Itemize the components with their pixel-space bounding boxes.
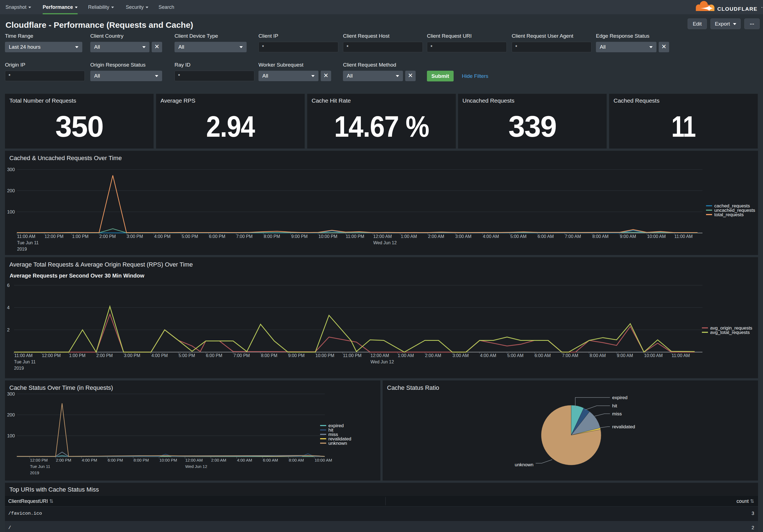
svg-text:4:00 AM: 4:00 AM	[237, 458, 252, 462]
svg-text:5:00 PM: 5:00 PM	[179, 353, 195, 358]
svg-text:11:00 AM: 11:00 AM	[674, 234, 693, 239]
svg-text:Tue Jun 11: Tue Jun 11	[14, 360, 36, 364]
svg-text:miss: miss	[612, 411, 622, 416]
svg-text:1:00 PM: 1:00 PM	[72, 234, 89, 239]
svg-text:9:00 AM: 9:00 AM	[620, 234, 636, 239]
svg-text:9:00 PM: 9:00 PM	[288, 353, 305, 358]
svg-text:7:00 AM: 7:00 AM	[562, 353, 578, 358]
svg-text:6: 6	[7, 283, 10, 288]
svg-text:12:00 PM: 12:00 PM	[45, 234, 63, 239]
svg-text:2:00 PM: 2:00 PM	[99, 234, 116, 239]
svg-text:3:00 AM: 3:00 AM	[453, 353, 469, 358]
svg-text:11:00 PM: 11:00 PM	[346, 234, 364, 239]
svg-text:Wed Jun 12: Wed Jun 12	[373, 240, 397, 245]
svg-text:2: 2	[7, 327, 10, 332]
svg-text:12:00 PM: 12:00 PM	[42, 353, 60, 358]
svg-text:10:00 PM: 10:00 PM	[318, 234, 337, 239]
svg-text:8:00 AM: 8:00 AM	[590, 353, 606, 358]
svg-text:1:00 AM: 1:00 AM	[398, 353, 414, 358]
svg-text:10:00 PM: 10:00 PM	[315, 353, 334, 358]
svg-text:6:00 AM: 6:00 AM	[263, 458, 278, 462]
svg-text:5:00 PM: 5:00 PM	[182, 234, 198, 239]
svg-text:200: 200	[7, 188, 15, 193]
svg-text:300: 300	[7, 167, 15, 172]
svg-text:total_requests: total_requests	[714, 212, 744, 217]
svg-text:8:00 AM: 8:00 AM	[289, 458, 304, 462]
svg-text:9:00 PM: 9:00 PM	[291, 234, 308, 239]
svg-text:5:00 AM: 5:00 AM	[510, 234, 527, 239]
svg-text:12:00 AM: 12:00 AM	[373, 234, 392, 239]
svg-text:6:00 PM: 6:00 PM	[108, 458, 123, 462]
svg-text:2:00 AM: 2:00 AM	[425, 353, 441, 358]
svg-text:4:00 PM: 4:00 PM	[82, 458, 97, 462]
svg-text:Tue Jun 11: Tue Jun 11	[17, 240, 39, 245]
svg-text:7:00 PM: 7:00 PM	[233, 353, 250, 358]
svg-text:2:00 PM: 2:00 PM	[96, 353, 113, 358]
svg-text:unknown: unknown	[515, 462, 533, 467]
svg-text:11:00 AM: 11:00 AM	[672, 353, 690, 358]
svg-text:Tue Jun 11: Tue Jun 11	[30, 464, 50, 469]
svg-text:CLOUDFLARE: CLOUDFLARE	[717, 6, 757, 12]
svg-text:6:00 PM: 6:00 PM	[209, 234, 225, 239]
svg-text:10:00 PM: 10:00 PM	[160, 458, 177, 462]
svg-text:4:00 AM: 4:00 AM	[483, 234, 499, 239]
svg-text:3:00 PM: 3:00 PM	[124, 353, 140, 358]
svg-text:expired: expired	[612, 395, 627, 400]
svg-text:5:00 AM: 5:00 AM	[507, 353, 523, 358]
svg-text:11:00 AM: 11:00 AM	[14, 353, 33, 358]
svg-text:12:00 PM: 12:00 PM	[30, 458, 48, 462]
svg-text:10:00 AM: 10:00 AM	[647, 234, 666, 239]
svg-text:6:00 AM: 6:00 AM	[535, 353, 551, 358]
svg-text:3:00 AM: 3:00 AM	[455, 234, 472, 239]
svg-text:100: 100	[7, 433, 15, 438]
svg-text:3:00 PM: 3:00 PM	[127, 234, 143, 239]
svg-text:7:00 PM: 7:00 PM	[236, 234, 253, 239]
svg-text:8:00 PM: 8:00 PM	[134, 458, 149, 462]
svg-text:2019: 2019	[17, 247, 27, 251]
svg-text:2:00 AM: 2:00 AM	[428, 234, 444, 239]
svg-text:10:00 AM: 10:00 AM	[644, 353, 663, 358]
svg-text:2019: 2019	[30, 470, 39, 475]
svg-text:12:00 AM: 12:00 AM	[185, 458, 203, 462]
svg-text:8:00 PM: 8:00 PM	[261, 353, 277, 358]
svg-text:100: 100	[7, 209, 15, 215]
svg-text:11:00 PM: 11:00 PM	[343, 353, 362, 358]
svg-text:8:00 AM: 8:00 AM	[592, 234, 608, 239]
svg-text:2019: 2019	[14, 366, 24, 371]
svg-text:4:00 PM: 4:00 PM	[154, 234, 171, 239]
svg-text:unknown: unknown	[328, 441, 347, 446]
svg-text:10:00 AM: 10:00 AM	[315, 458, 332, 462]
svg-text:11:00 AM: 11:00 AM	[17, 234, 35, 239]
svg-text:1:00 PM: 1:00 PM	[69, 353, 86, 358]
svg-text:6:00 AM: 6:00 AM	[538, 234, 554, 239]
svg-text:Wed Jun 12: Wed Jun 12	[185, 464, 207, 469]
svg-text:4: 4	[7, 305, 10, 310]
svg-text:1:00 AM: 1:00 AM	[401, 234, 417, 239]
svg-text:8:00 PM: 8:00 PM	[264, 234, 280, 239]
svg-text:2:00 PM: 2:00 PM	[56, 458, 71, 462]
svg-text:Wed Jun 12: Wed Jun 12	[371, 360, 394, 364]
svg-text:9:00 AM: 9:00 AM	[617, 353, 633, 358]
svg-text:300: 300	[7, 392, 15, 397]
svg-text:revalidated: revalidated	[612, 424, 635, 429]
svg-text:6:00 PM: 6:00 PM	[206, 353, 222, 358]
svg-text:2:00 AM: 2:00 AM	[211, 458, 226, 462]
svg-text:200: 200	[7, 412, 15, 417]
svg-text:7:00 AM: 7:00 AM	[565, 234, 581, 239]
svg-text:avg_total_requests: avg_total_requests	[710, 330, 750, 335]
svg-text:hit: hit	[612, 403, 617, 408]
svg-text:4:00 PM: 4:00 PM	[152, 353, 168, 358]
svg-text:12:00 AM: 12:00 AM	[371, 353, 389, 358]
svg-text:4:00 AM: 4:00 AM	[480, 353, 496, 358]
